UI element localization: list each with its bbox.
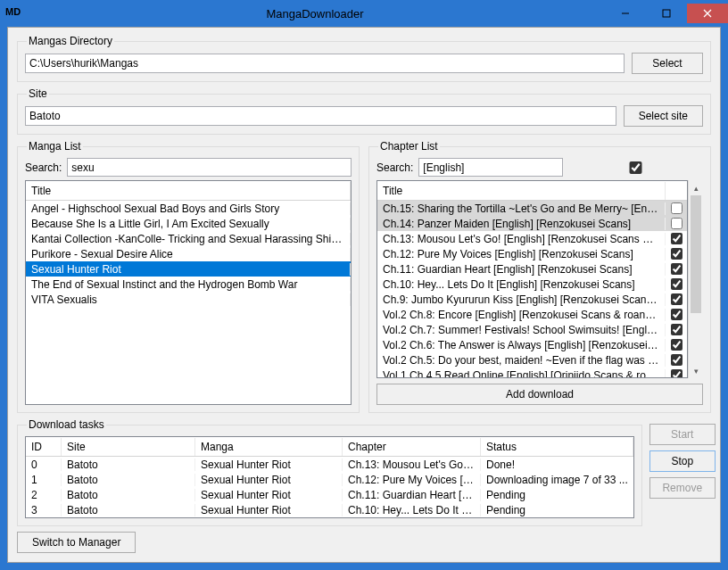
- manga-search-label: Search:: [25, 161, 62, 174]
- chapter-list-item-checkbox[interactable]: [671, 293, 682, 305]
- task-cell-site: Batoto: [62, 458, 195, 471]
- manga-list-item-title: The End of Sexual Instinct and the Hydro…: [26, 278, 351, 291]
- minimize-button[interactable]: [605, 4, 646, 23]
- tasks-site-header[interactable]: Site: [62, 438, 195, 456]
- manga-list-item-title: Angel - Highschool Sexual Bad Boys and G…: [26, 202, 351, 215]
- chapter-listbox[interactable]: Title Ch.15: Sharing the Tortilla ~Let's…: [376, 180, 688, 378]
- chapter-list-item-checkbox[interactable]: [671, 354, 682, 366]
- task-cell-id: 1: [26, 474, 62, 486]
- chapter-list-item[interactable]: Vol.2 Ch.8: Encore [English] [Renzokusei…: [377, 307, 687, 322]
- manga-list-item[interactable]: Angel - Highschool Sexual Bad Boys and G…: [26, 201, 351, 216]
- chapter-list-item-checkbox[interactable]: [671, 278, 682, 290]
- scroll-up-icon[interactable]: ▴: [689, 180, 703, 195]
- tasks-chapter-header[interactable]: Chapter: [343, 438, 481, 456]
- remove-button[interactable]: Remove: [649, 477, 716, 499]
- manga-list-item-title: Kantai Collection -KanColle- Tricking an…: [26, 233, 351, 245]
- download-tasks-group: Download tasks ID Site Manga Chapter Sta…: [17, 418, 642, 526]
- start-button[interactable]: Start: [649, 424, 716, 445]
- chapter-list-group: Chapter List Search: Title Ch.15: Sharin…: [368, 140, 711, 413]
- manga-list-item[interactable]: Kantai Collection -KanColle- Tricking an…: [26, 231, 351, 246]
- chapter-list-item-checkbox[interactable]: [671, 218, 682, 229]
- chapter-list-item[interactable]: Ch.14: Panzer Maiden [English] [Renzokus…: [377, 216, 687, 231]
- manga-listbox[interactable]: Title Angel - Highschool Sexual Bad Boys…: [25, 180, 352, 405]
- site-legend: Site: [27, 87, 49, 100]
- task-row[interactable]: 2BatotoSexual Hunter RiotCh.11: Guardian…: [26, 487, 633, 502]
- add-download-button[interactable]: Add download: [376, 384, 703, 405]
- task-cell-status: Done!: [481, 458, 633, 471]
- titlebar[interactable]: MD MangaDownloader: [0, 0, 728, 27]
- chapter-list-item-checkbox[interactable]: [671, 369, 682, 377]
- manga-list-group: Manga List Search: Title Angel - Highsch…: [17, 140, 360, 413]
- task-cell-id: 0: [26, 458, 62, 471]
- chapter-check-header[interactable]: [666, 188, 687, 194]
- manga-list-item[interactable]: Because She Is a Little Girl, I Am Excit…: [26, 216, 351, 231]
- chapter-list-item-title: Ch.12: Pure My Voices [English] [Renzoku…: [377, 248, 666, 260]
- chapter-list-item-checkbox[interactable]: [671, 263, 682, 275]
- tasks-manga-header[interactable]: Manga: [195, 438, 343, 456]
- chapter-list-item-checkbox[interactable]: [671, 233, 682, 244]
- task-cell-manga: Sexual Hunter Riot: [195, 474, 343, 486]
- task-cell-chapter: Ch.11: Guardian Heart [Engli...: [343, 489, 481, 501]
- manga-list-item[interactable]: Sexual Hunter Riot: [26, 261, 351, 277]
- chapter-list-item[interactable]: Ch.12: Pure My Voices [English] [Renzoku…: [377, 246, 687, 261]
- maximize-button[interactable]: [646, 4, 687, 23]
- chapter-list-item-title: Ch.15: Sharing the Tortilla ~Let's Go an…: [377, 202, 666, 215]
- task-cell-site: Batoto: [62, 489, 195, 501]
- chapter-list-item[interactable]: Ch.15: Sharing the Tortilla ~Let's Go an…: [377, 201, 687, 216]
- chapter-list-item-title: Ch.14: Panzer Maiden [English] [Renzokus…: [377, 218, 666, 230]
- chapter-list-item-title: Vol.2 Ch.5: Do your best, maiden! ~Even …: [377, 354, 666, 367]
- chapter-list-item-checkbox[interactable]: [671, 324, 682, 335]
- chapter-search-input[interactable]: [418, 158, 562, 177]
- chapter-list-item[interactable]: Vol.2 Ch.5: Do your best, maiden! ~Even …: [377, 352, 687, 368]
- manga-list-item-title: VITA Sexualis: [26, 293, 351, 306]
- task-cell-site: Batoto: [62, 504, 195, 516]
- chapter-list-item-title: Ch.11: Guardian Heart [English] [Renzoku…: [377, 263, 666, 276]
- chapter-list-item[interactable]: Ch.13: Mousou Let's Go! [English] [Renzo…: [377, 231, 687, 246]
- chapter-list-legend: Chapter List: [378, 140, 440, 153]
- manga-list-item-title: Because She Is a Little Girl, I Am Excit…: [26, 218, 351, 230]
- chapter-search-label: Search:: [376, 161, 413, 174]
- tasks-id-header[interactable]: ID: [26, 438, 62, 456]
- manga-list-legend: Manga List: [27, 140, 83, 153]
- task-cell-manga: Sexual Hunter Riot: [195, 458, 343, 471]
- chapter-list-item[interactable]: Vol.2 Ch.6: The Answer is Always [Englis…: [377, 337, 687, 352]
- switch-to-manager-button[interactable]: Switch to Manager: [17, 532, 136, 553]
- task-cell-site: Batoto: [62, 474, 195, 486]
- chapter-list-item[interactable]: Vol.1 Ch.4.5 Read Online [English] [Orin…: [377, 368, 687, 377]
- manga-list-item-title: Purikore - Sexual Desire Alice: [26, 248, 351, 260]
- task-cell-status: Pending: [481, 489, 633, 501]
- chapter-filter-checkbox[interactable]: [568, 161, 703, 174]
- scroll-down-icon[interactable]: ▾: [689, 363, 703, 378]
- task-row[interactable]: 1BatotoSexual Hunter RiotCh.12: Pure My …: [26, 472, 633, 487]
- chapter-list-item[interactable]: Ch.9: Jumbo Kyururun Kiss [English] [Ren…: [377, 292, 687, 307]
- close-button[interactable]: [687, 4, 728, 23]
- tasks-listbox[interactable]: ID Site Manga Chapter Status 0BatotoSexu…: [25, 436, 634, 518]
- chapter-list-item[interactable]: Ch.11: Guardian Heart [English] [Renzoku…: [377, 261, 687, 277]
- task-cell-chapter: Ch.12: Pure My Voices [Englis...: [343, 474, 481, 486]
- mangas-directory-input[interactable]: [25, 54, 625, 73]
- chapter-list-item-checkbox[interactable]: [671, 309, 682, 320]
- chapter-scrollbar[interactable]: ▴ ▾: [688, 180, 703, 378]
- manga-title-header[interactable]: Title: [26, 182, 351, 200]
- chapter-list-item-checkbox[interactable]: [671, 202, 682, 214]
- chapter-list-item-title: Vol.2 Ch.8: Encore [English] [Renzokusei…: [377, 309, 666, 321]
- chapter-list-item-checkbox[interactable]: [671, 248, 682, 260]
- tasks-status-header[interactable]: Status: [481, 438, 633, 456]
- chapter-list-item-title: Ch.13: Mousou Let's Go! [English] [Renzo…: [377, 233, 666, 245]
- chapter-list-item-checkbox[interactable]: [671, 339, 682, 351]
- stop-button[interactable]: Stop: [649, 450, 716, 472]
- task-cell-manga: Sexual Hunter Riot: [195, 489, 343, 501]
- select-site-button[interactable]: Select site: [624, 105, 703, 127]
- chapter-title-header[interactable]: Title: [377, 182, 666, 200]
- task-row[interactable]: 0BatotoSexual Hunter RiotCh.13: Mousou L…: [26, 457, 633, 472]
- chapter-list-item[interactable]: Ch.10: Hey... Lets Do It [English] [Renz…: [377, 277, 687, 292]
- site-input[interactable]: [25, 106, 616, 126]
- task-row[interactable]: 3BatotoSexual Hunter RiotCh.10: Hey... L…: [26, 502, 633, 517]
- select-directory-button[interactable]: Select: [632, 53, 703, 74]
- manga-list-item[interactable]: The End of Sexual Instinct and the Hydro…: [26, 277, 351, 292]
- chapter-list-item[interactable]: Vol.2 Ch.7: Summer! Festivals! School Sw…: [377, 322, 687, 337]
- manga-list-item[interactable]: VITA Sexualis: [26, 292, 351, 307]
- site-group: Site Select site: [17, 87, 711, 135]
- manga-search-input[interactable]: [67, 158, 352, 177]
- manga-list-item[interactable]: Purikore - Sexual Desire Alice: [26, 246, 351, 261]
